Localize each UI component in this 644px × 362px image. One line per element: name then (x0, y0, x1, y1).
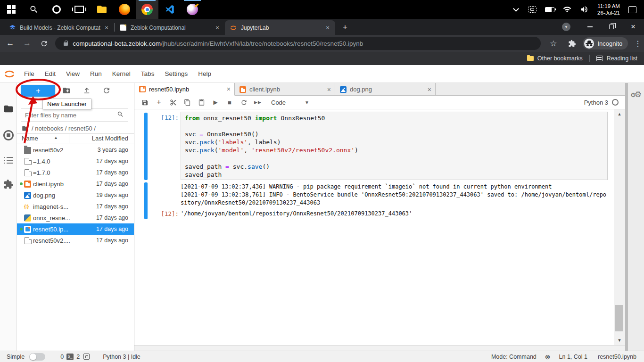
vscode-icon[interactable] (158, 0, 181, 19)
bookmark-star-icon[interactable]: ☆ (547, 37, 560, 49)
new-launcher-button[interactable]: + (21, 85, 55, 97)
task-view-icon[interactable] (68, 0, 91, 19)
upload-icon[interactable] (83, 86, 91, 97)
table-of-contents-icon[interactable] (0, 156, 17, 164)
run-icon[interactable]: ▶ (209, 97, 222, 108)
minimize-button[interactable] (579, 19, 601, 35)
scroll-up-icon[interactable]: ▲ (614, 112, 625, 116)
close-tab-icon[interactable]: × (227, 85, 231, 93)
kernel-indicator[interactable]: Python 3 (584, 99, 619, 106)
refresh-icon[interactable] (102, 86, 111, 97)
reload-icon[interactable] (37, 37, 50, 50)
horizontal-scrollbar[interactable] (134, 345, 625, 351)
menu-settings[interactable]: Settings (159, 70, 193, 77)
firefox-icon[interactable] (113, 0, 136, 19)
lock-icon[interactable] (64, 42, 68, 46)
notebook-area[interactable]: [12]: from onnx_resnet50 import OnnxResn… (134, 109, 625, 345)
file-row[interactable]: dog.png19 days ago (17, 189, 134, 201)
paint3d-icon[interactable] (181, 0, 204, 19)
code-cell-editor[interactable]: from onnx_resnet50 import OnnxResnet50 s… (181, 112, 608, 180)
scrollbar-thumb[interactable] (615, 305, 623, 331)
action-center-icon[interactable] (628, 6, 636, 13)
new-tab-button[interactable]: + (339, 21, 351, 33)
browser-tab-jupyterlab[interactable]: JupyterLab × (225, 20, 335, 35)
file-row[interactable]: resnet50v23 years ago (17, 144, 134, 156)
restart-kernel-icon[interactable] (237, 97, 250, 108)
address-bar[interactable]: computational-beta.zeblok.com/jhub/user/… (55, 37, 541, 50)
extension-manager-icon[interactable] (0, 179, 17, 189)
start-button-icon[interactable] (0, 0, 23, 19)
cursor-position[interactable]: Ln 1, Col 1 (559, 354, 587, 360)
property-inspector-gears-icon[interactable]: ⚙⚙ (630, 90, 640, 99)
stop-icon[interactable]: ■ (223, 97, 236, 108)
breadcrumb[interactable]: / notebooks / resnet50 / (22, 123, 96, 133)
meet-now-icon[interactable] (528, 6, 537, 13)
sort-ascending-icon[interactable]: ▲ (54, 135, 58, 140)
dock-tab-dog[interactable]: dog.png × (335, 83, 436, 96)
column-name[interactable]: Name (22, 135, 38, 142)
restart-run-all-icon[interactable]: ▶▶ (251, 97, 264, 108)
copy-icon[interactable] (181, 97, 194, 108)
browser-tab-build-models[interactable]: Build Models - Zeblok Computat × (4, 20, 114, 35)
column-last-modified[interactable]: Last Modified (92, 135, 128, 142)
extensions-puzzle-icon[interactable] (566, 37, 578, 49)
menu-kernel[interactable]: Kernel (107, 70, 136, 77)
close-tab-icon[interactable]: × (428, 86, 431, 93)
file-row[interactable]: client.ipynb17 days ago (17, 178, 134, 189)
scroll-down-icon[interactable]: ▼ (614, 338, 625, 343)
output-collapser[interactable] (144, 182, 148, 219)
search-icon[interactable] (23, 0, 45, 19)
chrome-icon[interactable] (136, 0, 158, 19)
paste-icon[interactable] (195, 97, 208, 108)
menu-file[interactable]: File (19, 70, 40, 77)
tab-search-icon[interactable]: ▼ (562, 23, 570, 31)
back-icon[interactable]: ← (4, 37, 17, 50)
save-icon[interactable] (138, 97, 151, 108)
filter-files-input[interactable] (25, 112, 117, 119)
cell-type-dropdown[interactable]: Code ▼ (271, 99, 309, 106)
menu-view[interactable]: View (61, 70, 85, 77)
tab-close-icon[interactable]: × (103, 24, 110, 32)
close-tab-icon[interactable]: × (327, 86, 331, 93)
wifi-icon[interactable] (563, 5, 571, 14)
file-row[interactable]: {:}imagenet-s...17 days ago (17, 201, 134, 212)
tab-close-icon[interactable]: × (214, 24, 221, 32)
volume-icon[interactable] (580, 5, 588, 14)
breadcrumb-home-icon[interactable] (22, 125, 29, 132)
other-bookmarks[interactable]: Other bookmarks (537, 55, 583, 62)
running-sessions-icon[interactable] (0, 130, 17, 140)
dock-tab-resnet50[interactable]: resnet50.ipynb × (134, 83, 235, 96)
menu-run[interactable]: Run (85, 70, 107, 77)
tray-chevron-icon[interactable] (513, 6, 519, 12)
simple-mode-toggle[interactable] (29, 353, 45, 361)
menu-edit[interactable]: Edit (40, 70, 61, 77)
tab-close-icon[interactable]: × (324, 24, 331, 32)
command-mode-indicator[interactable]: Mode: Command (491, 354, 537, 360)
dock-tab-client[interactable]: client.ipynb × (235, 83, 335, 96)
file-explorer-icon[interactable] (91, 0, 113, 19)
file-row[interactable]: =1.4.017 days ago (17, 156, 134, 167)
forward-icon[interactable]: → (21, 37, 34, 50)
browser-menu-icon[interactable]: ⋮ (632, 37, 644, 49)
reading-list[interactable]: Reading list (607, 55, 637, 62)
kernel-status-text[interactable]: Python 3 | Idle (103, 354, 140, 360)
kernel-count[interactable]: 2 (76, 354, 80, 360)
browser-tab-zeblok[interactable]: Zeblok Computational × (115, 20, 225, 35)
input-collapser[interactable] (144, 113, 148, 180)
cortana-icon[interactable] (45, 0, 68, 19)
file-browser-tab-icon[interactable] (0, 104, 17, 114)
file-row[interactable]: resnet50.ip...17 days ago (17, 223, 134, 235)
file-row[interactable]: =1.7.017 days ago (17, 167, 134, 178)
new-folder-icon[interactable] (62, 86, 71, 97)
menu-tabs[interactable]: Tabs (136, 70, 160, 77)
insert-cell-icon[interactable]: + (152, 97, 165, 108)
terminal-count[interactable]: 0 (60, 354, 64, 360)
close-button[interactable]: × (622, 19, 644, 35)
clock[interactable]: 11:19 AM 26-Jul-21 (597, 3, 620, 16)
file-row[interactable]: resnet50v2....17 days ago (17, 235, 134, 246)
menu-help[interactable]: Help (193, 70, 216, 77)
cut-icon[interactable] (166, 97, 180, 108)
restore-button[interactable] (601, 19, 622, 35)
battery-icon[interactable] (545, 7, 554, 12)
file-row[interactable]: onnx_resne...17 days ago (17, 212, 134, 223)
